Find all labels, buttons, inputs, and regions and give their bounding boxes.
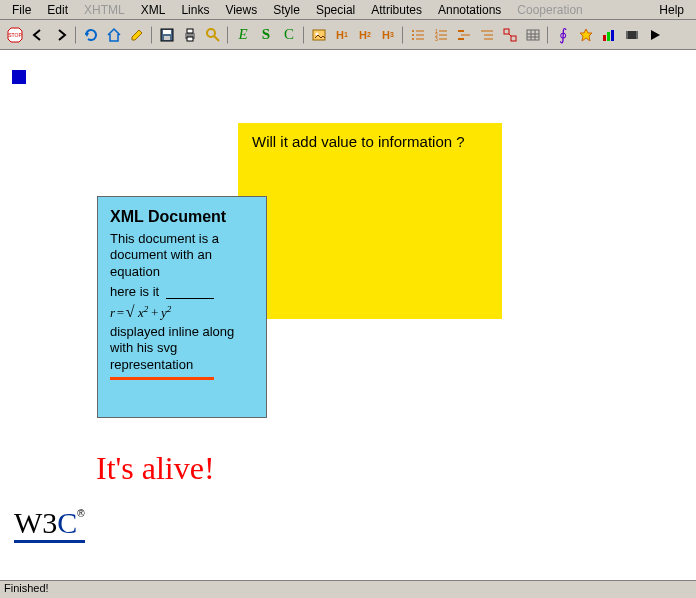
menu-cooperation: Cooperation xyxy=(509,1,590,19)
svg-rect-40 xyxy=(603,35,606,41)
num-list-button[interactable]: 123 xyxy=(430,24,452,46)
menu-xml[interactable]: XML xyxy=(133,1,174,19)
yellow-note-text: Will it add value to information ? xyxy=(252,133,465,150)
blue-square-icon xyxy=(12,70,26,84)
home-button[interactable] xyxy=(103,24,125,46)
svg-point-15 xyxy=(412,34,414,36)
back-button[interactable] xyxy=(27,24,49,46)
edit-button[interactable] xyxy=(126,24,148,46)
graph-button[interactable] xyxy=(575,24,597,46)
link-button[interactable] xyxy=(499,24,521,46)
menu-annotations[interactable]: Annotations xyxy=(430,1,509,19)
emphasis-button[interactable]: E xyxy=(232,24,254,46)
dt-button[interactable] xyxy=(476,24,498,46)
yellow-note: Will it add value to information ? xyxy=(238,123,502,319)
menu-edit[interactable]: Edit xyxy=(39,1,76,19)
separator xyxy=(75,26,77,44)
image-button[interactable] xyxy=(308,24,330,46)
separator xyxy=(547,26,549,44)
svg-point-9 xyxy=(207,29,215,37)
strong-button[interactable]: S xyxy=(255,24,277,46)
svg-rect-44 xyxy=(626,31,628,39)
svg-point-13 xyxy=(412,30,414,32)
table-button[interactable] xyxy=(522,24,544,46)
reload-button[interactable] xyxy=(80,24,102,46)
separator xyxy=(151,26,153,44)
svg-rect-45 xyxy=(636,31,638,39)
menu-help[interactable]: Help xyxy=(651,1,692,19)
toolbar: STOP E S C H1 H2 H3 123 ∮ xyxy=(0,20,696,50)
xml-title: XML Document xyxy=(110,207,254,227)
library-button[interactable] xyxy=(598,24,620,46)
svg-point-17 xyxy=(412,38,414,40)
svg-rect-5 xyxy=(164,36,170,40)
w3c-logo: W3C® xyxy=(14,506,85,543)
xml-document-box: XML Document This document is a document… xyxy=(97,196,267,418)
separator xyxy=(227,26,229,44)
xml-paragraph-1: This document is a document with an equa… xyxy=(110,231,254,280)
red-underline xyxy=(110,377,214,380)
equation: r=√ x2+y2 xyxy=(110,302,254,322)
play-button[interactable] xyxy=(644,24,666,46)
svg-line-33 xyxy=(509,34,511,36)
transform-button[interactable] xyxy=(621,24,643,46)
separator xyxy=(303,26,305,44)
code-button[interactable]: C xyxy=(278,24,300,46)
h2-button[interactable]: H2 xyxy=(354,24,376,46)
svg-text:STOP: STOP xyxy=(8,32,22,38)
svg-rect-42 xyxy=(611,30,614,41)
alive-text: It's alive! xyxy=(96,450,215,487)
xml-paragraph-2: displayed inline along with his svg repr… xyxy=(110,324,254,373)
menu-views[interactable]: Views xyxy=(217,1,265,19)
status-bar: Finished! xyxy=(0,580,696,598)
svg-rect-34 xyxy=(527,30,539,40)
svg-rect-31 xyxy=(504,29,509,34)
print-button[interactable] xyxy=(179,24,201,46)
forward-button[interactable] xyxy=(50,24,72,46)
svg-marker-46 xyxy=(651,30,660,40)
menu-links[interactable]: Links xyxy=(173,1,217,19)
find-button[interactable] xyxy=(202,24,224,46)
h3-button[interactable]: H3 xyxy=(377,24,399,46)
menu-file[interactable]: File xyxy=(4,1,39,19)
svg-rect-11 xyxy=(313,30,325,40)
svg-text:3: 3 xyxy=(435,36,438,42)
svg-rect-7 xyxy=(187,29,193,33)
stop-button[interactable]: STOP xyxy=(4,24,26,46)
menu-style[interactable]: Style xyxy=(265,1,308,19)
svg-rect-8 xyxy=(187,37,193,41)
svg-marker-39 xyxy=(580,29,592,41)
separator xyxy=(402,26,404,44)
bullet-list-button[interactable] xyxy=(407,24,429,46)
svg-rect-4 xyxy=(163,30,171,34)
menu-xhtml: XHTML xyxy=(76,1,133,19)
svg-rect-41 xyxy=(607,32,610,41)
menu-special[interactable]: Special xyxy=(308,1,363,19)
dl-button[interactable] xyxy=(453,24,475,46)
menubar: File Edit XHTML XML Links Views Style Sp… xyxy=(0,0,696,20)
svg-rect-32 xyxy=(511,36,516,41)
svg-line-10 xyxy=(214,36,219,41)
menu-attributes[interactable]: Attributes xyxy=(363,1,430,19)
document-canvas[interactable]: Will it add value to information ? XML D… xyxy=(0,50,696,578)
math-button[interactable]: ∮ xyxy=(552,24,574,46)
h1-button[interactable]: H1 xyxy=(331,24,353,46)
status-text: Finished! xyxy=(4,582,49,594)
save-button[interactable] xyxy=(156,24,178,46)
